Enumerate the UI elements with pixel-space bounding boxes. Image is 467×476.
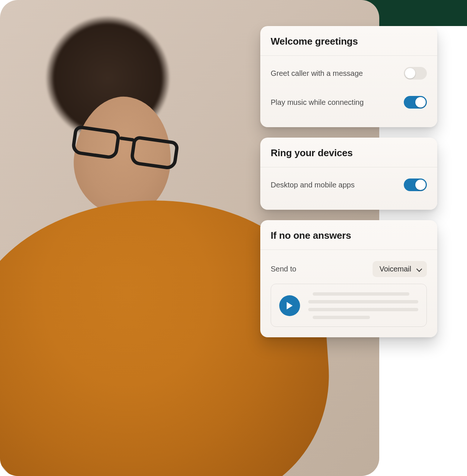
setting-label: Send to: [271, 265, 296, 273]
setting-row-play-music: Play music while connecting: [271, 88, 427, 117]
toggle-play-music[interactable]: [404, 96, 427, 109]
toggle-knob: [415, 180, 426, 190]
play-icon: [286, 302, 293, 310]
card-title: Ring your devices: [271, 147, 427, 159]
setting-label: Desktop and mobile apps: [271, 181, 355, 189]
toggle-greet-caller[interactable]: [404, 67, 427, 80]
toggle-knob: [405, 68, 415, 78]
card-title: Welcome greetings: [271, 36, 427, 47]
card-no-answer: If no one answers Send to Voicemail: [260, 220, 437, 337]
setting-label: Greet caller with a message: [271, 69, 363, 78]
svg-marker-0: [287, 302, 293, 309]
voicemail-player: [271, 284, 427, 327]
setting-row-send-to: Send to Voicemail: [271, 253, 427, 284]
card-welcome-greetings: Welcome greetings Greet caller with a me…: [260, 26, 437, 127]
toggle-knob: [415, 97, 426, 107]
setting-row-greet-caller: Greet caller with a message: [271, 59, 427, 88]
setting-row-desktop-mobile: Desktop and mobile apps: [271, 170, 427, 199]
select-value: Voicemail: [379, 265, 411, 273]
card-ring-devices: Ring your devices Desktop and mobile app…: [260, 138, 437, 210]
chevron-down-icon: [416, 267, 422, 272]
setting-label: Play music while connecting: [271, 98, 364, 107]
toggle-desktop-mobile[interactable]: [404, 178, 427, 191]
audio-waveform-placeholder: [308, 292, 418, 319]
play-button[interactable]: [279, 295, 300, 316]
card-title: If no one answers: [271, 230, 427, 241]
send-to-select[interactable]: Voicemail: [373, 261, 427, 277]
